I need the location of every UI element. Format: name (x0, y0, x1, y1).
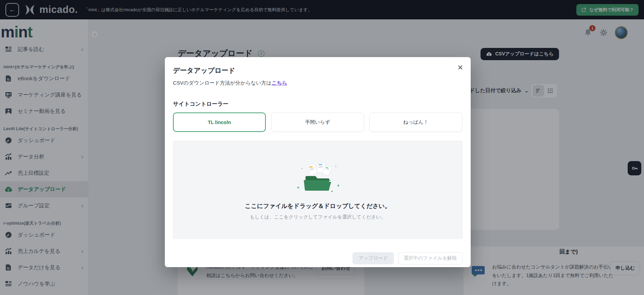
modal-title: データアップロード (173, 66, 463, 75)
option-temairazu[interactable]: 手間いらず (271, 112, 364, 132)
site-controller-options: TL lincoln 手間いらず ねっぱん！ (173, 112, 463, 132)
close-icon: ✕ (457, 64, 463, 71)
dropzone-subtitle: もしくは、ここをクリックしてファイルを選択してください。 (250, 214, 386, 220)
option-tl-lincoln[interactable]: TL lincoln (173, 112, 266, 132)
modal-subtitle: CSVのダウンロード方法が分からない方はこちら (173, 80, 463, 86)
dropzone-title: ここにファイルをドラッグ＆ドロップしてください。 (245, 202, 390, 210)
site-controller-label: サイトコントローラー (173, 101, 463, 108)
clear-selection-button[interactable]: 選択中のファイルを解除 (398, 252, 463, 264)
modal-footer: アップロード 選択中のファイルを解除 (173, 252, 463, 264)
folder-upload-illustration (289, 159, 347, 196)
help-link[interactable]: こちら (272, 80, 287, 86)
close-button[interactable]: ✕ (457, 64, 463, 71)
modal-subtitle-text: CSVのダウンロード方法が分からない方は (173, 80, 272, 86)
file-dropzone[interactable]: ここにファイルをドラッグ＆ドロップしてください。 もしくは、ここをクリックしてフ… (173, 141, 463, 239)
data-upload-modal: データアップロード ✕ CSVのダウンロード方法が分からない方はこちら サイトコ… (165, 57, 471, 267)
option-neppan[interactable]: ねっぱん！ (369, 112, 462, 132)
upload-button[interactable]: アップロード (352, 252, 394, 264)
